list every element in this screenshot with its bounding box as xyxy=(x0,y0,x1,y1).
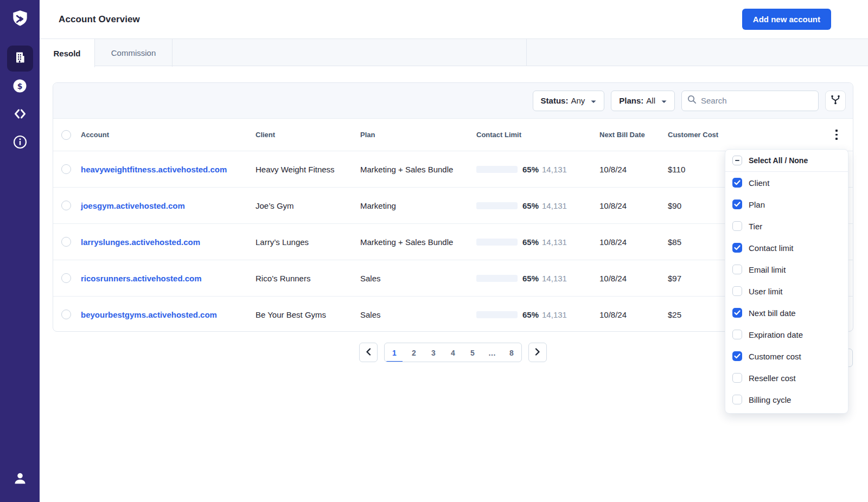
checkbox[interactable] xyxy=(732,243,742,253)
contact-progress-bar xyxy=(476,166,518,173)
column-picker-menu: Select All / None Client Plan Tier Conta… xyxy=(725,149,848,414)
status-filter-value: Any xyxy=(571,96,585,105)
previous-page-button[interactable] xyxy=(359,343,378,362)
contact-limit-cell: 65% 14,131 xyxy=(476,237,599,247)
plan-cell: Marketing xyxy=(360,201,476,210)
contact-limit-cell: 65% 14,131 xyxy=(476,274,599,283)
page-number-8[interactable]: 8 xyxy=(502,343,521,362)
select-all-none-option[interactable]: Select All / None xyxy=(725,150,848,172)
funnel-icon xyxy=(829,94,841,107)
column-option-billing-cycle[interactable]: Billing cycle xyxy=(725,389,848,410)
page-number-4[interactable]: 4 xyxy=(443,343,463,362)
column-options-kebab-icon[interactable] xyxy=(829,127,844,143)
column-option-contact-limit[interactable]: Contact limit xyxy=(725,237,848,259)
contact-limit-cell: 65% 14,131 xyxy=(476,201,599,210)
plan-cell: Sales xyxy=(360,310,476,319)
contact-percent: 65% xyxy=(522,274,539,283)
building-icon xyxy=(14,51,27,66)
page-number-5[interactable]: 5 xyxy=(463,343,482,362)
next-bill-date-cell: 10/8/24 xyxy=(599,310,668,319)
page-number-3[interactable]: 3 xyxy=(424,343,443,362)
select-all-checkbox[interactable] xyxy=(732,156,742,165)
sidebar-item-accounts[interactable] xyxy=(7,46,33,72)
plan-cell: Marketing + Sales Bundle xyxy=(360,165,476,174)
contact-percent: 65% xyxy=(522,237,539,247)
table-header-row: Account Client Plan Contact Limit Next B… xyxy=(53,119,853,151)
select-all-rows-checkbox[interactable] xyxy=(61,130,71,140)
tab-strip-divider xyxy=(526,39,527,66)
column-header-client: Client xyxy=(256,131,360,139)
next-page-button[interactable] xyxy=(528,343,547,362)
chevron-down-icon xyxy=(661,96,667,105)
add-new-account-button[interactable]: Add new account xyxy=(742,9,831,30)
checkbox[interactable] xyxy=(732,373,742,383)
checkbox[interactable] xyxy=(732,265,742,274)
page-title: Account Overview xyxy=(59,0,140,38)
row-checkbox[interactable] xyxy=(61,201,71,210)
search-icon xyxy=(687,95,697,106)
checkbox[interactable] xyxy=(732,221,742,231)
checkbox[interactable] xyxy=(732,308,742,318)
account-link[interactable]: beyourbestgyms.activehosted.com xyxy=(81,310,256,319)
account-link[interactable]: heavyweightfitness.activehosted.com xyxy=(81,165,256,174)
option-label: Next bill date xyxy=(749,308,796,318)
checkbox[interactable] xyxy=(732,286,742,296)
checkbox[interactable] xyxy=(732,199,742,209)
row-checkbox[interactable] xyxy=(61,164,71,174)
checkbox[interactable] xyxy=(732,178,742,188)
option-label: Tier xyxy=(749,222,762,231)
advanced-filter-button[interactable] xyxy=(825,91,846,111)
plans-filter-dropdown[interactable]: Plans: All xyxy=(611,91,675,111)
column-option-client[interactable]: Client xyxy=(725,172,848,194)
option-label: Customer cost xyxy=(749,352,801,361)
checkbox[interactable] xyxy=(732,351,742,361)
checkbox[interactable] xyxy=(732,330,742,339)
account-link[interactable]: ricosrunners.activehosted.com xyxy=(81,274,256,283)
shield-logo-icon xyxy=(10,9,30,31)
tab-resold[interactable]: Resold xyxy=(40,39,95,67)
column-option-tier[interactable]: Tier xyxy=(725,215,848,237)
sidebar-user[interactable] xyxy=(0,472,40,488)
sidebar-item-billing[interactable]: $ xyxy=(7,74,33,100)
app-logo xyxy=(0,9,40,31)
column-header-contact-limit: Contact Limit xyxy=(476,131,599,139)
account-link[interactable]: joesgym.activehosted.com xyxy=(81,201,256,210)
contact-progress-bar xyxy=(476,202,518,209)
column-header-plan: Plan xyxy=(360,131,476,139)
column-option-user-limit[interactable]: User limit xyxy=(725,280,848,302)
row-checkbox[interactable] xyxy=(61,273,71,283)
sidebar-item-info[interactable] xyxy=(7,130,33,156)
column-option-reseller-cost[interactable]: Reseller cost xyxy=(725,367,848,389)
contact-limit-cell: 65% 14,131 xyxy=(476,310,599,319)
contact-progress-bar xyxy=(476,311,518,318)
column-option-email-limit[interactable]: Email limit xyxy=(725,259,848,280)
next-bill-date-cell: 10/8/24 xyxy=(599,201,668,210)
checkbox[interactable] xyxy=(732,395,742,404)
option-label: Plan xyxy=(749,200,765,209)
sidebar-nav: $ xyxy=(0,46,40,157)
page-number-1[interactable]: 1 xyxy=(385,343,404,362)
column-option-next-bill-date[interactable]: Next bill date xyxy=(725,302,848,324)
column-option-expiration-date[interactable]: Expiration date xyxy=(725,324,848,345)
status-filter-dropdown[interactable]: Status: Any xyxy=(533,91,605,111)
account-link[interactable]: larryslunges.activehosted.com xyxy=(81,237,256,247)
sidebar-item-developer[interactable] xyxy=(7,102,33,128)
chevron-left-icon xyxy=(366,348,371,357)
contact-count: 14,131 xyxy=(542,165,567,174)
search-input[interactable] xyxy=(701,96,813,105)
page-number-2[interactable]: 2 xyxy=(404,343,424,362)
info-icon xyxy=(13,135,27,151)
contact-count: 14,131 xyxy=(542,274,567,283)
option-label: Client xyxy=(749,178,769,188)
select-all-label: Select All / None xyxy=(749,156,808,165)
option-label: Contact limit xyxy=(749,243,794,253)
column-option-plan[interactable]: Plan xyxy=(725,194,848,215)
column-option-customer-cost[interactable]: Customer cost xyxy=(725,345,848,367)
contact-percent: 65% xyxy=(522,201,539,210)
row-checkbox[interactable] xyxy=(61,310,71,319)
user-icon xyxy=(13,472,27,488)
row-checkbox[interactable] xyxy=(61,237,71,247)
dollar-icon: $ xyxy=(12,79,27,95)
tab-commission[interactable]: Commission xyxy=(95,39,173,67)
contact-progress-bar xyxy=(476,275,518,282)
